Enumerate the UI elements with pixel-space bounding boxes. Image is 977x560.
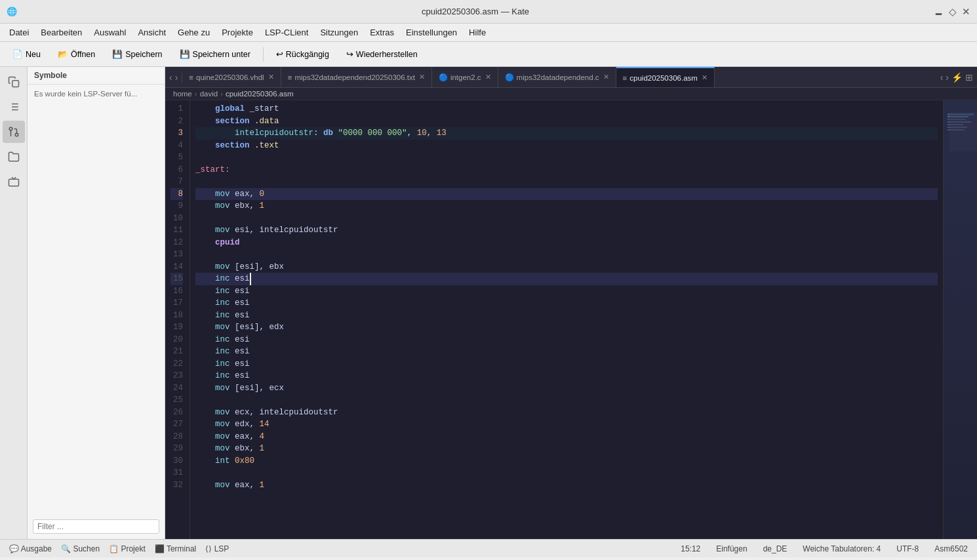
menu-hilfe[interactable]: Hilfe: [464, 26, 491, 39]
statusbar-left: 💬 Ausgabe 🔍 Suchen 📋 Projekt ⬛ Terminal …: [5, 543, 233, 555]
statusbar-project[interactable]: 📋 Projekt: [105, 543, 150, 555]
minimap-content: [944, 100, 977, 539]
tab-cpuid-close[interactable]: ✕: [702, 73, 708, 82]
window-title: cpuid20250306.asm — Kate: [422, 7, 529, 16]
tab-vhdl-label: quine20250306.vhdl: [196, 73, 264, 81]
code-editor[interactable]: 12345 678910 1112131415 1617181920 21222…: [165, 100, 977, 539]
tab-c2-icon: 🔵: [505, 73, 514, 82]
menu-extras[interactable]: Extras: [365, 26, 399, 39]
sidebar-title: Symbole: [28, 67, 165, 85]
close-button[interactable]: ✕: [962, 6, 970, 18]
menubar: Datei Bearbeiten Auswahl Ansicht Gehe zu…: [0, 24, 977, 42]
tab-cpuid[interactable]: ≡ cpuid20250306.asm ✕: [616, 67, 715, 88]
sidebar-icon-plugin[interactable]: [3, 170, 25, 193]
save-label: Speichern: [125, 50, 162, 59]
redo-icon: ↪: [346, 49, 353, 59]
svg-rect-0: [12, 81, 18, 87]
tab-mips-c-label: mips32datadependend.c: [517, 73, 599, 81]
main-content: Symbole Es wurde kein LSP-Server fü... ‹…: [0, 67, 977, 539]
sidebar-icon-copy[interactable]: [3, 71, 25, 93]
tab-vhdl[interactable]: ≡ quine20250306.vhdl ✕: [182, 67, 281, 88]
statusbar-terminal[interactable]: ⬛ Terminal: [151, 543, 200, 555]
undo-button[interactable]: ↩ Rückgängig: [269, 46, 336, 62]
sidebar-panel: Symbole Es wurde kein LSP-Server fü...: [28, 67, 165, 539]
menu-lsp-client[interactable]: LSP-CLient: [260, 26, 313, 39]
output-icon: 💬: [9, 544, 19, 553]
statusbar-output[interactable]: 💬 Ausgabe: [5, 543, 56, 555]
titlebar-controls: 🗕 ◇ ✕: [934, 6, 970, 18]
tab-intgen-label: intgen2.c: [450, 73, 481, 81]
save-button[interactable]: 💾 Speichern: [105, 46, 169, 62]
new-button[interactable]: 📄 Neu: [5, 46, 48, 62]
undo-label: Rückgängig: [286, 50, 329, 59]
open-label: Öffnen: [71, 50, 95, 59]
sidebar-icon-folder[interactable]: [3, 146, 25, 168]
insert-mode[interactable]: Einfügen: [712, 543, 751, 555]
new-icon: 📄: [12, 49, 23, 59]
statusbar-lsp[interactable]: ⟨⟩ LSP: [201, 543, 233, 555]
sidebar-message: Es wurde kein LSP-Server fü...: [28, 85, 165, 103]
menu-sitzungen[interactable]: Sitzungen: [315, 26, 363, 39]
svg-point-8: [9, 127, 12, 130]
sidebar-icon-panel: [0, 67, 28, 539]
cursor-position[interactable]: 15:12: [677, 543, 704, 555]
output-label: Ausgabe: [21, 544, 52, 553]
maximize-button[interactable]: ◇: [949, 6, 957, 18]
encoding[interactable]: UTF-8: [892, 543, 923, 555]
tab-cpuid-label: cpuid20250306.asm: [629, 74, 698, 82]
open-button[interactable]: 📂 Öffnen: [50, 46, 102, 62]
tab-intgen[interactable]: 🔵 intgen2.c ✕: [432, 67, 498, 88]
menu-projekte[interactable]: Projekte: [216, 26, 258, 39]
breadcrumb-file[interactable]: cpuid20250306.asm: [226, 90, 294, 98]
undo-icon: ↩: [276, 49, 283, 59]
tab-next2-icon[interactable]: ›: [946, 72, 949, 83]
tab-next-icon[interactable]: ›: [174, 72, 180, 83]
tab-mips-txt[interactable]: ≡ mips32datadependend20250306.txt ✕: [281, 67, 432, 88]
menu-datei[interactable]: Datei: [4, 26, 34, 39]
tab-prev2-icon[interactable]: ‹: [940, 72, 944, 83]
search-icon: 🔍: [61, 544, 71, 553]
breadcrumb-david[interactable]: david: [200, 90, 218, 98]
svg-rect-10: [9, 179, 18, 186]
minimize-button[interactable]: 🗕: [934, 6, 944, 17]
tab-info[interactable]: Weiche Tabulatoren: 4: [799, 543, 885, 555]
sidebar-icon-list[interactable]: [3, 96, 25, 118]
statusbar: 💬 Ausgabe 🔍 Suchen 📋 Projekt ⬛ Terminal …: [0, 539, 977, 557]
syntax[interactable]: Asm6502: [930, 543, 972, 555]
minimap[interactable]: [943, 100, 977, 539]
breadcrumb-home[interactable]: home: [173, 90, 192, 98]
tab-intgen-close[interactable]: ✕: [485, 73, 491, 81]
sidebar-icon-git[interactable]: [3, 121, 25, 143]
toolbar-separator: [263, 47, 264, 62]
tab-mips-txt-close[interactable]: ✕: [419, 73, 425, 81]
statusbar-search[interactable]: 🔍 Suchen: [57, 543, 104, 555]
tab-mips-c-close[interactable]: ✕: [603, 73, 609, 81]
tab-end-buttons: ‹ › ⚡ ⊞: [936, 72, 977, 83]
save-as-button[interactable]: 💾 Speichern unter: [172, 46, 258, 62]
menu-gehe-zu[interactable]: Gehe zu: [172, 26, 215, 39]
terminal-label: Terminal: [167, 544, 196, 553]
search-label: Suchen: [73, 544, 100, 553]
tab-mips-c[interactable]: 🔵 mips32datadependend.c ✕: [498, 67, 616, 88]
code-text[interactable]: global _start section .data intelcpuidou…: [190, 100, 943, 539]
tab-new-icon[interactable]: ⚡: [951, 72, 963, 83]
breadcrumb: home › david › cpuid20250306.asm: [165, 88, 977, 100]
language-code[interactable]: de_DE: [759, 543, 791, 555]
tab-layout-icon[interactable]: ⊞: [965, 72, 973, 83]
redo-label: Wiederherstellen: [356, 50, 418, 59]
redo-button[interactable]: ↪ Wiederherstellen: [339, 46, 425, 62]
lsp-icon: ⟨⟩: [205, 544, 212, 553]
tab-bar: ‹ › ≡ quine20250306.vhdl ✕ ≡ mips32datad…: [165, 67, 977, 88]
menu-ansicht[interactable]: Ansicht: [132, 26, 171, 39]
terminal-icon: ⬛: [155, 544, 165, 553]
toolbar: 📄 Neu 📂 Öffnen 💾 Speichern 💾 Speichern u…: [0, 42, 977, 67]
tab-prev-icon[interactable]: ‹: [168, 72, 174, 83]
menu-bearbeiten[interactable]: Bearbeiten: [35, 26, 87, 39]
menu-einstellungen[interactable]: Einstellungen: [401, 26, 462, 39]
save-as-label: Speichern unter: [193, 50, 250, 59]
tab-vhdl-close[interactable]: ✕: [268, 73, 274, 81]
sidebar-filter-input[interactable]: [33, 519, 159, 534]
tab-doc-icon: ≡: [189, 73, 193, 81]
menu-auswahl[interactable]: Auswahl: [89, 26, 131, 39]
titlebar-left: 🌐: [7, 7, 17, 16]
